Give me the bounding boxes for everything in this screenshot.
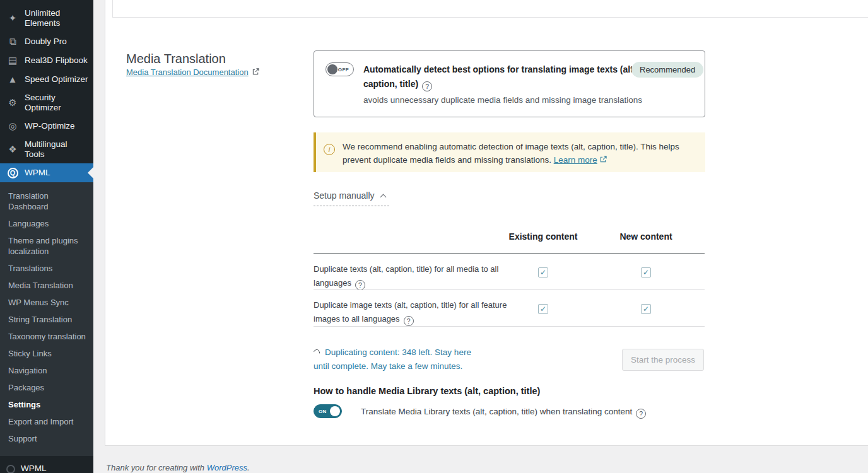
translate-media-label-text: Translate Media Library texts (alt, capt… bbox=[361, 407, 632, 416]
documentation-link-row: Media Translation Documentation bbox=[126, 67, 259, 77]
submenu-export-and-import[interactable]: Export and Import bbox=[0, 413, 93, 430]
notice-text: We recommend enabling automatic detectio… bbox=[343, 138, 696, 166]
translate-media-label: Translate Media Library texts (alt, capt… bbox=[361, 407, 646, 419]
submenu-taxonomy-translation[interactable]: Taxonomy translation bbox=[0, 328, 93, 345]
setup-manually-label: Setup manually bbox=[314, 190, 375, 201]
sidebar-item-doubly-pro[interactable]: ⧉ Doubly Pro bbox=[0, 32, 93, 51]
footer-period: . bbox=[247, 463, 250, 472]
setup-manually-toggle[interactable]: Setup manually bbox=[314, 190, 389, 206]
auto-detect-subtitle: avoids unnecessary duplicate media field… bbox=[363, 95, 642, 105]
previous-section-card bbox=[112, 0, 868, 18]
sidebar-item-label: Doubly Pro bbox=[25, 37, 67, 47]
checkbox-existing-row2[interactable]: ✓ bbox=[538, 304, 548, 314]
wpml-submenu: Translation Dashboard Languages Theme an… bbox=[0, 182, 93, 456]
auto-detect-card: OFF Automatically detect best options fo… bbox=[314, 50, 705, 117]
checkbox-existing-row1[interactable]: ✓ bbox=[538, 267, 548, 277]
info-icon: i bbox=[324, 144, 335, 155]
current-menu-arrow bbox=[88, 167, 93, 178]
sidebar-item-wpml[interactable]: Q WPML bbox=[0, 163, 93, 182]
start-process-button[interactable]: Start the process bbox=[622, 349, 704, 371]
toggle-state-label: ON bbox=[319, 409, 327, 414]
sidebar-item-wp-optimize[interactable]: ◎ WP-Optimize bbox=[0, 117, 93, 136]
submenu-packages[interactable]: Packages bbox=[0, 379, 93, 396]
learn-more-link[interactable]: Learn more bbox=[554, 155, 597, 165]
submenu-translations[interactable]: Translations bbox=[0, 260, 93, 277]
sidebar-item-label: Security Optimizer bbox=[25, 93, 88, 113]
sidebar-item-real3d-flipbook[interactable]: ▤ Real3D Flipbook bbox=[0, 51, 93, 70]
external-link-icon bbox=[600, 153, 607, 166]
sidebar-item-label: Real3D Flipbook bbox=[25, 55, 88, 66]
admin-menu: ✦ Unlimited Elements ⧉ Doubly Pro ▤ Real… bbox=[0, 0, 93, 182]
recommended-badge: Recommended bbox=[631, 62, 703, 78]
unlimited-elements-icon: ✦ bbox=[6, 13, 19, 23]
submenu-support[interactable]: Support bbox=[0, 430, 93, 447]
column-header-new-content: New content bbox=[592, 231, 700, 242]
checkbox-new-row2[interactable]: ✓ bbox=[641, 304, 651, 314]
sidebar-item-label: WP-Optimize bbox=[25, 121, 75, 131]
sidebar-item-speed-optimizer[interactable]: ▲ Speed Optimizer bbox=[0, 70, 93, 89]
sidebar-item-label: WPML bbox=[25, 168, 50, 178]
toggle-knob bbox=[327, 64, 337, 74]
sidebar-item-multilingual-tools[interactable]: ❖ Multilingual Tools bbox=[0, 136, 93, 163]
sidebar-item-label: WPML Multilingual & Multicurrency for Wo… bbox=[21, 464, 88, 473]
submenu-string-translation[interactable]: String Translation bbox=[0, 311, 93, 328]
doubly-pro-icon: ⧉ bbox=[6, 37, 19, 47]
row-label-text: Duplicate texts (alt, caption, title) fo… bbox=[314, 264, 498, 288]
page-title: Media Translation bbox=[126, 52, 226, 66]
spinner-icon bbox=[312, 348, 321, 357]
submenu-theme-plugins-localization[interactable]: Theme and plugins localization bbox=[0, 232, 93, 260]
footer-text: Thank you for creating with bbox=[106, 463, 207, 472]
progress-text: Duplicating content: 348 left. Stay here… bbox=[314, 347, 471, 371]
sidebar-item-label: Unlimited Elements bbox=[25, 8, 88, 28]
submenu-sticky-links[interactable]: Sticky Links bbox=[0, 345, 93, 362]
row-separator bbox=[314, 289, 705, 290]
wp-optimize-icon: ◎ bbox=[6, 121, 19, 131]
plugin-circle-icon bbox=[6, 465, 15, 473]
recommendation-notice: i We recommend enabling automatic detect… bbox=[314, 132, 705, 172]
admin-footer: Thank you for creating with WordPress. bbox=[106, 463, 250, 472]
translate-media-toggle[interactable]: ON bbox=[314, 404, 342, 418]
help-icon[interactable]: ? bbox=[355, 280, 365, 290]
wordpress-link[interactable]: WordPress bbox=[207, 463, 247, 472]
external-link-icon bbox=[252, 67, 259, 77]
sidebar-item-label: Multilingual Tools bbox=[25, 139, 88, 160]
documentation-link[interactable]: Media Translation Documentation bbox=[126, 67, 249, 77]
submenu-settings[interactable]: Settings bbox=[0, 396, 93, 413]
sidebar-item-security-optimizer[interactable]: ⚙ Security Optimizer bbox=[0, 89, 93, 117]
flipbook-icon: ▤ bbox=[6, 55, 19, 66]
sidebar-item-label: Speed Optimizer bbox=[25, 74, 88, 85]
help-icon[interactable]: ? bbox=[422, 81, 432, 91]
wordpress-admin-screen: ✦ Unlimited Elements ⧉ Doubly Pro ▤ Real… bbox=[0, 0, 868, 473]
auto-detect-title: Automatically detect best options for tr… bbox=[363, 62, 647, 91]
help-icon[interactable]: ? bbox=[404, 316, 414, 326]
submenu-languages[interactable]: Languages bbox=[0, 215, 93, 232]
speed-optimizer-icon: ▲ bbox=[6, 74, 19, 85]
auto-detect-toggle[interactable]: OFF bbox=[326, 62, 354, 76]
notice-message: We recommend enabling automatic detectio… bbox=[343, 142, 679, 165]
toggle-knob bbox=[330, 406, 340, 416]
wpml-logo-icon: Q bbox=[6, 167, 19, 178]
submenu-navigation[interactable]: Navigation bbox=[0, 362, 93, 379]
multilingual-tools-icon: ❖ bbox=[6, 144, 19, 155]
column-header-existing-content: Existing content bbox=[490, 231, 597, 242]
submenu-wp-menus-sync[interactable]: WP Menus Sync bbox=[0, 294, 93, 311]
security-optimizer-icon: ⚙ bbox=[6, 98, 19, 108]
media-library-heading: How to handle Media Library texts (alt, … bbox=[314, 386, 540, 396]
auto-detect-title-text: Automatically detect best options for tr… bbox=[363, 64, 636, 89]
duplicating-progress-status: Duplicating content: 348 left. Stay here… bbox=[314, 346, 489, 373]
table-header-rule bbox=[314, 254, 705, 254]
sidebar-item-unlimited-elements[interactable]: ✦ Unlimited Elements bbox=[0, 4, 93, 32]
sidebar-item-wpml-woocommerce[interactable]: WPML Multilingual & Multicurrency for Wo… bbox=[0, 456, 93, 473]
row-separator bbox=[314, 326, 705, 327]
table-row: Duplicate image texts (alt, caption, tit… bbox=[314, 298, 515, 326]
toggle-state-label: OFF bbox=[338, 67, 349, 73]
submenu-translation-dashboard[interactable]: Translation Dashboard bbox=[0, 187, 93, 215]
table-row: Duplicate texts (alt, caption, title) fo… bbox=[314, 262, 515, 290]
chevron-up-icon bbox=[380, 194, 386, 200]
checkbox-new-row1[interactable]: ✓ bbox=[641, 267, 651, 277]
admin-sidebar: ✦ Unlimited Elements ⧉ Doubly Pro ▤ Real… bbox=[0, 0, 93, 473]
help-icon[interactable]: ? bbox=[636, 409, 646, 419]
submenu-media-translation[interactable]: Media Translation bbox=[0, 277, 93, 294]
